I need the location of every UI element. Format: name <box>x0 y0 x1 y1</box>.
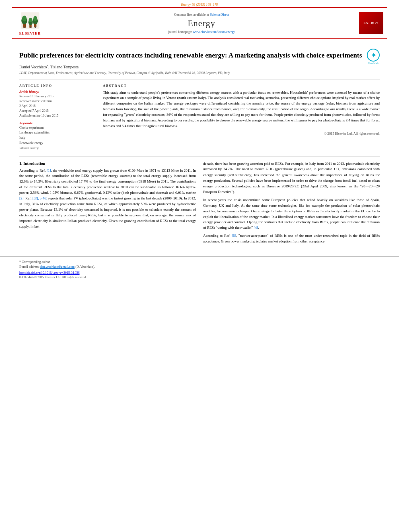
corresponding-label: * Corresponding author. <box>19 260 51 264</box>
keywords-label: Keywords: <box>19 121 96 125</box>
ref-1-link[interactable]: [1] <box>47 168 51 173</box>
intro-paragraph-1: According to Ref. [1], the worldwide tot… <box>19 168 196 230</box>
abstract-copyright: © 2015 Elsevier Ltd. All rights reserved… <box>103 131 380 136</box>
svg-point-10 <box>23 27 25 28</box>
keyword-3: Italy <box>19 136 96 141</box>
svg-point-11 <box>30 27 31 28</box>
elsevier-label: ELSEVIER <box>19 31 41 35</box>
crossmark-label: CrossMark <box>367 62 380 64</box>
elsevier-logo-area: ELSEVIER <box>12 8 48 38</box>
page-footer: * Corresponding author. E-mail address: … <box>0 256 399 282</box>
abstract-label: ABSTRACT <box>103 84 380 88</box>
intro-heading: 1. Introduction <box>19 161 196 166</box>
svg-point-9 <box>33 16 37 21</box>
page: Energy 88 (2015) 168–179 <box>0 0 399 532</box>
science-direct-link[interactable]: ScienceDirect <box>210 12 229 16</box>
section-number: 1. <box>19 161 23 166</box>
doi-line: http://dx.doi.org/10.1016/j.energy.2015.… <box>19 271 380 275</box>
available-date: Available online 10 June 2015 <box>19 113 96 118</box>
article-title: Public preferences for electricity contr… <box>19 51 380 60</box>
journal-header: ELSEVIER Contents lists available at Sci… <box>12 7 387 39</box>
revised-date: 2 April 2015 <box>19 104 96 109</box>
authors-line: Daniel Vecchiato*, Tiziano Tempesta <box>19 64 380 69</box>
article-history-section: Article history: Received 10 January 201… <box>19 90 96 118</box>
email-label: E-mail address: <box>19 265 39 269</box>
svg-point-12 <box>34 27 36 28</box>
homepage-link[interactable]: www.elsevier.com/locate/energy <box>193 30 235 34</box>
accepted-date: Accepted 7 April 2015 <box>19 109 96 113</box>
crossmark-icon: ✦ <box>367 49 380 62</box>
homepage-text: journal homepage: <box>168 30 192 34</box>
homepage-line: journal homepage: www.elsevier.com/locat… <box>168 30 235 34</box>
ref-3-link[interactable]: [[3], p 46] <box>33 196 47 200</box>
svg-point-6 <box>29 18 32 22</box>
history-label: Article history: <box>19 90 96 94</box>
ref-5-link[interactable]: [5] <box>232 234 236 238</box>
science-direct-line: Contents lists available at ScienceDirec… <box>174 12 229 16</box>
svg-point-3 <box>22 16 27 22</box>
body-left-column: 1. Introduction According to Ref. [1], t… <box>19 161 196 247</box>
keyword-2: Landscape externalities <box>19 130 96 136</box>
elsevier-tree-icon <box>18 10 42 31</box>
content-area: ✦ CrossMark Public preferences for elect… <box>0 39 399 253</box>
keyword-1: Choice experiment <box>19 125 96 131</box>
journal-title-area: Contents lists available at ScienceDirec… <box>48 8 355 38</box>
keywords-section: Keywords: Choice experiment Landscape ex… <box>19 121 96 151</box>
energy-logo-area: ENERGY <box>355 8 387 38</box>
article-info-abstract-area: ARTICLE INFO Article history: Received 1… <box>19 80 380 151</box>
journal-name: Energy <box>187 18 215 29</box>
doi-link[interactable]: http://dx.doi.org/10.1016/j.energy.2015.… <box>19 271 80 275</box>
abstract-text: This study aims to understand people's p… <box>103 90 380 129</box>
email-note: E-mail address: dan.vecchiato@gmail.com … <box>19 265 380 269</box>
intro-paragraph-4: According to Ref. [5], "market-acceptanc… <box>203 233 380 244</box>
ref-2-link[interactable]: [2] <box>19 196 24 200</box>
energy-logo: ENERGY <box>359 12 383 34</box>
article-info-column: ARTICLE INFO Article history: Received 1… <box>19 84 96 151</box>
email-suffix: (D. Vecchiato). <box>76 265 95 269</box>
affiliation: LEAF, Department of Land, Environment, A… <box>19 71 380 75</box>
body-right-column: decade, there has been growing attention… <box>203 161 380 247</box>
section-divider <box>19 156 380 156</box>
revised-label: Received in revised form <box>19 99 96 104</box>
footer-copyright: 0360-5442/© 2015 Elsevier Ltd. All right… <box>19 275 380 279</box>
author-email[interactable]: dan.vecchiato@gmail.com <box>40 265 75 269</box>
article-info-label: ARTICLE INFO <box>19 84 96 88</box>
keyword-4: Renewable energy <box>19 141 96 146</box>
section-title: Introduction <box>23 161 45 166</box>
body-content: 1. Introduction According to Ref. [1], t… <box>19 161 380 247</box>
corresponding-author-note: * Corresponding author. <box>19 260 380 265</box>
science-direct-text: Contents lists available at <box>174 12 209 16</box>
from-text: from <box>317 162 324 166</box>
intro-paragraph-2: decade, there has been growing attention… <box>203 161 380 195</box>
crossmark-badge: ✦ CrossMark <box>367 49 380 64</box>
intro-paragraph-3: In recent years the crisis undermined so… <box>203 197 380 231</box>
ref-4-link[interactable]: [4] <box>254 226 258 230</box>
elsevier-logo: ELSEVIER <box>18 10 42 35</box>
keyword-5: Internet survey <box>19 146 96 151</box>
author-sup: * <box>47 64 48 68</box>
journal-citation: Energy 88 (2015) 168–179 <box>0 0 399 7</box>
received-date: Received 10 January 2015 <box>19 94 96 99</box>
abstract-column: ABSTRACT This study aims to understand p… <box>103 84 380 151</box>
energy-logo-text: ENERGY <box>364 21 378 25</box>
author-names: Daniel Vecchiato*, Tiziano Tempesta <box>19 65 78 69</box>
